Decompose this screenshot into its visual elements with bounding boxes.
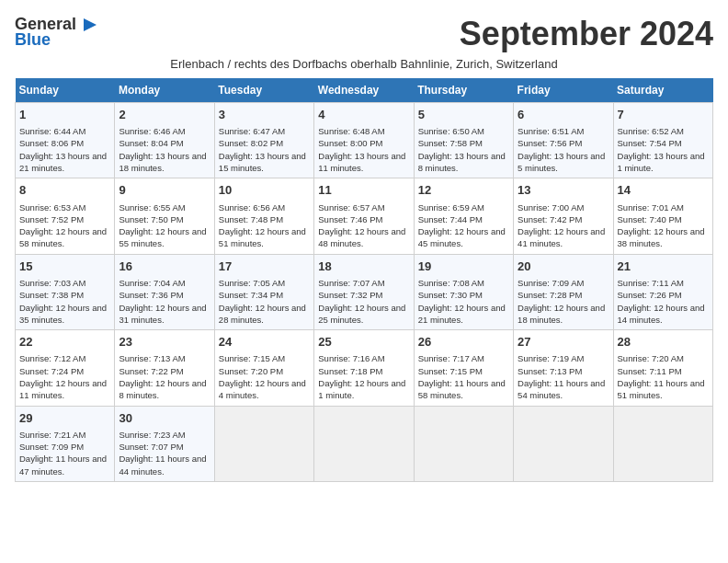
- calendar-cell-w4d6: 28Sunrise: 7:20 AMSunset: 7:11 PMDayligh…: [613, 330, 712, 406]
- day-info: Sunrise: 6:46 AMSunset: 8:04 PMDaylight:…: [119, 125, 210, 174]
- day-info: Sunrise: 6:57 AMSunset: 7:46 PMDaylight:…: [318, 201, 409, 250]
- calendar-cell-w4d4: 26Sunrise: 7:17 AMSunset: 7:15 PMDayligh…: [414, 330, 513, 406]
- calendar-cell-w5d6: [613, 406, 712, 481]
- day-info: Sunrise: 6:47 AMSunset: 8:02 PMDaylight:…: [219, 125, 310, 174]
- logo: General Blue: [15, 15, 100, 50]
- day-info: Sunrise: 6:53 AMSunset: 7:52 PMDaylight:…: [19, 201, 110, 250]
- day-number: 14: [618, 182, 709, 199]
- day-info: Sunrise: 7:04 AMSunset: 7:36 PMDaylight:…: [119, 277, 210, 326]
- header-saturday: Saturday: [613, 78, 712, 103]
- day-number: 5: [418, 107, 509, 123]
- calendar-cell-w2d5: 13Sunrise: 7:00 AMSunset: 7:42 PMDayligh…: [514, 178, 613, 254]
- calendar-week-2: 8Sunrise: 6:53 AMSunset: 7:52 PMDaylight…: [16, 178, 713, 254]
- day-info: Sunrise: 7:19 AMSunset: 7:13 PMDaylight:…: [518, 352, 609, 401]
- day-number: 22: [19, 334, 110, 350]
- day-info: Sunrise: 7:11 AMSunset: 7:26 PMDaylight:…: [618, 277, 709, 326]
- day-number: 29: [19, 410, 110, 427]
- calendar-cell-w1d6: 7Sunrise: 6:52 AMSunset: 7:54 PMDaylight…: [613, 103, 712, 178]
- day-number: 28: [618, 334, 709, 350]
- header-friday: Friday: [514, 78, 613, 103]
- calendar-header-row: SundayMondayTuesdayWednesdayThursdayFrid…: [16, 78, 713, 103]
- calendar-cell-w5d5: [514, 406, 613, 481]
- month-title: September 2024: [460, 15, 713, 53]
- calendar-cell-w1d0: 1Sunrise: 6:44 AMSunset: 8:06 PMDaylight…: [16, 103, 115, 178]
- day-number: 7: [618, 107, 709, 123]
- day-info: Sunrise: 7:05 AMSunset: 7:34 PMDaylight:…: [219, 277, 310, 326]
- day-info: Sunrise: 6:56 AMSunset: 7:48 PMDaylight:…: [219, 201, 310, 250]
- day-info: Sunrise: 6:44 AMSunset: 8:06 PMDaylight:…: [19, 125, 110, 174]
- calendar-cell-w3d4: 19Sunrise: 7:08 AMSunset: 7:30 PMDayligh…: [414, 254, 513, 329]
- calendar-table: SundayMondayTuesdayWednesdayThursdayFrid…: [15, 78, 713, 482]
- calendar-cell-w4d2: 24Sunrise: 7:15 AMSunset: 7:20 PMDayligh…: [214, 330, 313, 406]
- day-info: Sunrise: 7:20 AMSunset: 7:11 PMDaylight:…: [618, 352, 709, 401]
- day-info: Sunrise: 6:52 AMSunset: 7:54 PMDaylight:…: [618, 125, 709, 174]
- day-number: 4: [318, 107, 409, 123]
- calendar-cell-w1d4: 5Sunrise: 6:50 AMSunset: 7:58 PMDaylight…: [414, 103, 513, 178]
- day-info: Sunrise: 7:07 AMSunset: 7:32 PMDaylight:…: [318, 277, 409, 326]
- calendar-cell-w2d4: 12Sunrise: 6:59 AMSunset: 7:44 PMDayligh…: [414, 178, 513, 254]
- day-info: Sunrise: 7:09 AMSunset: 7:28 PMDaylight:…: [518, 277, 609, 326]
- day-number: 20: [518, 259, 609, 275]
- day-info: Sunrise: 7:16 AMSunset: 7:18 PMDaylight:…: [318, 352, 409, 401]
- day-number: 15: [19, 259, 110, 275]
- day-number: 2: [119, 107, 210, 123]
- calendar-cell-w4d3: 25Sunrise: 7:16 AMSunset: 7:18 PMDayligh…: [314, 330, 414, 406]
- day-info: Sunrise: 6:59 AMSunset: 7:44 PMDaylight:…: [418, 201, 509, 250]
- header-monday: Monday: [115, 78, 214, 103]
- calendar-cell-w1d3: 4Sunrise: 6:48 AMSunset: 8:00 PMDaylight…: [314, 103, 414, 178]
- day-number: 25: [318, 334, 409, 350]
- logo-icon: [80, 17, 100, 33]
- day-number: 21: [618, 259, 709, 275]
- calendar-cell-w3d3: 18Sunrise: 7:07 AMSunset: 7:32 PMDayligh…: [314, 254, 414, 329]
- day-number: 24: [219, 334, 310, 350]
- day-number: 3: [219, 107, 310, 123]
- calendar-cell-w5d1: 30Sunrise: 7:23 AMSunset: 7:07 PMDayligh…: [115, 406, 214, 481]
- day-info: Sunrise: 7:13 AMSunset: 7:22 PMDaylight:…: [119, 352, 210, 401]
- day-number: 26: [418, 334, 509, 350]
- day-number: 30: [119, 410, 210, 427]
- day-number: 1: [19, 107, 110, 123]
- calendar-cell-w2d2: 10Sunrise: 6:56 AMSunset: 7:48 PMDayligh…: [214, 178, 313, 254]
- calendar-cell-w1d2: 3Sunrise: 6:47 AMSunset: 8:02 PMDaylight…: [214, 103, 313, 178]
- calendar-cell-w5d0: 29Sunrise: 7:21 AMSunset: 7:09 PMDayligh…: [16, 406, 115, 481]
- calendar-cell-w1d1: 2Sunrise: 6:46 AMSunset: 8:04 PMDaylight…: [115, 103, 214, 178]
- calendar-week-1: 1Sunrise: 6:44 AMSunset: 8:06 PMDaylight…: [16, 103, 713, 178]
- day-info: Sunrise: 6:51 AMSunset: 7:56 PMDaylight:…: [518, 125, 609, 174]
- day-number: 11: [318, 182, 409, 199]
- calendar-cell-w2d0: 8Sunrise: 6:53 AMSunset: 7:52 PMDaylight…: [16, 178, 115, 254]
- day-number: 18: [318, 259, 409, 275]
- day-number: 6: [518, 107, 609, 123]
- day-info: Sunrise: 6:55 AMSunset: 7:50 PMDaylight:…: [119, 201, 210, 250]
- header-tuesday: Tuesday: [214, 78, 313, 103]
- calendar-week-4: 22Sunrise: 7:12 AMSunset: 7:24 PMDayligh…: [16, 330, 713, 406]
- day-number: 27: [518, 334, 609, 350]
- day-number: 9: [119, 182, 210, 199]
- calendar-cell-w4d5: 27Sunrise: 7:19 AMSunset: 7:13 PMDayligh…: [514, 330, 613, 406]
- header-wednesday: Wednesday: [314, 78, 414, 103]
- day-number: 10: [219, 182, 310, 199]
- day-info: Sunrise: 7:15 AMSunset: 7:20 PMDaylight:…: [219, 352, 310, 401]
- calendar-cell-w2d1: 9Sunrise: 6:55 AMSunset: 7:50 PMDaylight…: [115, 178, 214, 254]
- logo-blue-text: Blue: [15, 30, 51, 50]
- page-header: General Blue September 2024: [15, 15, 713, 53]
- day-number: 19: [418, 259, 509, 275]
- calendar-cell-w4d0: 22Sunrise: 7:12 AMSunset: 7:24 PMDayligh…: [16, 330, 115, 406]
- header-sunday: Sunday: [16, 78, 115, 103]
- day-number: 17: [219, 259, 310, 275]
- calendar-cell-w3d2: 17Sunrise: 7:05 AMSunset: 7:34 PMDayligh…: [214, 254, 313, 329]
- day-number: 13: [518, 182, 609, 199]
- calendar-cell-w3d6: 21Sunrise: 7:11 AMSunset: 7:26 PMDayligh…: [613, 254, 712, 329]
- day-number: 12: [418, 182, 509, 199]
- calendar-cell-w5d3: [314, 406, 414, 481]
- day-info: Sunrise: 7:08 AMSunset: 7:30 PMDaylight:…: [418, 277, 509, 326]
- calendar-cell-w5d4: [414, 406, 513, 481]
- day-number: 16: [119, 259, 210, 275]
- calendar-week-5: 29Sunrise: 7:21 AMSunset: 7:09 PMDayligh…: [16, 406, 713, 481]
- day-info: Sunrise: 6:50 AMSunset: 7:58 PMDaylight:…: [418, 125, 509, 174]
- calendar-cell-w4d1: 23Sunrise: 7:13 AMSunset: 7:22 PMDayligh…: [115, 330, 214, 406]
- day-info: Sunrise: 7:01 AMSunset: 7:40 PMDaylight:…: [618, 201, 709, 250]
- header-thursday: Thursday: [414, 78, 513, 103]
- day-number: 23: [119, 334, 210, 350]
- calendar-cell-w3d0: 15Sunrise: 7:03 AMSunset: 7:38 PMDayligh…: [16, 254, 115, 329]
- day-info: Sunrise: 7:03 AMSunset: 7:38 PMDaylight:…: [19, 277, 110, 326]
